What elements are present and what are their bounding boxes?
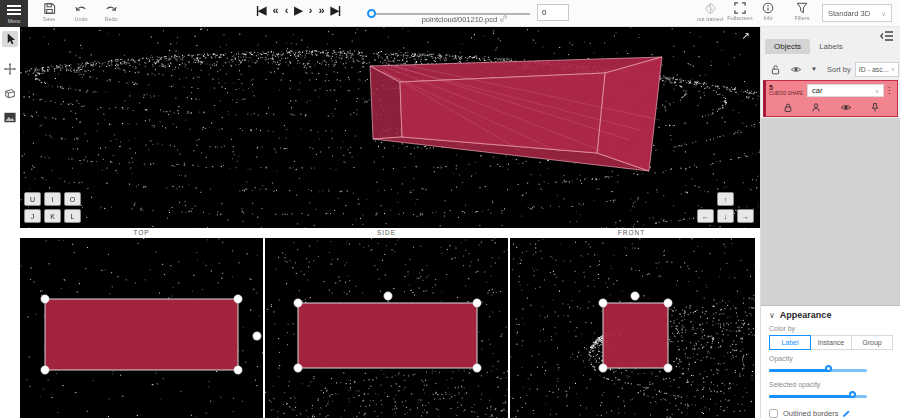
ai-tools-label: not trained (697, 16, 723, 22)
top-view-overlay[interactable] (20, 238, 263, 418)
cuboid-annotation[interactable] (20, 27, 760, 228)
expand-all-caret-icon[interactable]: ▼ (811, 66, 817, 72)
appearance-header[interactable]: ∨Appearance (769, 310, 893, 320)
fullscreen-label: Fullscreen (727, 15, 753, 21)
lock-all-icon[interactable] (770, 64, 781, 75)
chevron-down-icon: ∨ (891, 66, 895, 72)
arrow-down-key[interactable]: ↓ (717, 209, 734, 223)
key-l[interactable]: L (64, 209, 81, 223)
sortby-label: Sort by (827, 65, 851, 74)
front-view-label: FRONT (510, 228, 753, 238)
frame-slider-handle[interactable] (367, 9, 376, 18)
key-j[interactable]: J (24, 209, 41, 223)
object-label-select[interactable]: car ∨ (807, 84, 884, 97)
side-view-overlay[interactable] (265, 238, 508, 418)
camera-arrow-keys: ↑ ← ↓ → (697, 192, 754, 223)
undo-label: Undo (68, 16, 94, 22)
backward-button[interactable]: « (273, 3, 278, 18)
tab-labels[interactable]: Labels (810, 39, 852, 54)
move-tool-button[interactable] (2, 61, 18, 77)
undo-button[interactable]: Undo (68, 2, 94, 22)
hide-all-icon[interactable] (790, 64, 802, 75)
save-icon (43, 2, 56, 15)
cursor-icon (5, 33, 16, 45)
object-pin-icon[interactable] (870, 102, 880, 113)
frame-number-input[interactable] (537, 4, 569, 21)
top-view-label: TOP (20, 228, 263, 238)
image-tool-button[interactable] (2, 109, 18, 125)
list-controls: ▼ Sort by ID - asc... ∨ (761, 59, 900, 79)
selected-opacity-label: Selected opacity (769, 381, 893, 388)
arrow-left-key[interactable]: ← (697, 209, 714, 223)
side-ortho-view[interactable] (265, 238, 508, 418)
filters-label: Filters (789, 15, 815, 21)
object-occluded-icon[interactable] (811, 102, 821, 113)
forward-button[interactable]: » (318, 3, 323, 18)
front-view-overlay[interactable] (510, 238, 755, 418)
selected-opacity-slider-handle[interactable] (849, 391, 856, 398)
fullscreen-button[interactable]: Fullscreen (727, 2, 753, 21)
key-o[interactable]: O (64, 192, 81, 206)
tools-sidebar (0, 27, 20, 418)
filename-wrap: pointcloud/001210.pcd (385, 14, 545, 24)
outlined-borders-row: Outlined borders (769, 409, 893, 418)
edit-color-pencil-icon[interactable] (842, 409, 851, 418)
arrow-up-key[interactable]: ↑ (717, 192, 734, 206)
brain-icon (704, 2, 717, 15)
appearance-title: Appearance (780, 310, 832, 320)
cuboid-tool-button[interactable] (2, 85, 18, 101)
filters-button[interactable]: Filters (789, 2, 815, 21)
chevron-down-icon: ∨ (875, 88, 879, 94)
opacity-slider-handle[interactable] (825, 365, 832, 372)
collapse-sidebar-icon[interactable] (880, 29, 894, 43)
workspace-select[interactable]: Standard 3D ∨ (822, 4, 892, 22)
sort-select[interactable]: ID - asc... ∨ (855, 62, 899, 77)
object-id-block: 5 CUBOID SHAPE (769, 84, 807, 97)
object-actions-menu[interactable]: ⋮ (884, 86, 894, 95)
redo-label: Redo (98, 16, 124, 22)
sort-value: ID - asc... (859, 66, 889, 73)
key-i[interactable]: I (44, 192, 61, 206)
cursor-tool-button[interactable] (2, 31, 18, 47)
resize-perspective-icon[interactable]: ↗ (742, 30, 750, 41)
front-ortho-view[interactable] (510, 238, 755, 418)
next-frame-button[interactable]: › (309, 3, 312, 18)
info-button[interactable]: Info (755, 2, 781, 21)
image-icon (4, 112, 16, 123)
save-button[interactable]: Save (36, 2, 62, 22)
object-hide-icon[interactable] (840, 102, 852, 113)
key-u[interactable]: U (24, 192, 41, 206)
color-by-instance-button[interactable]: Instance (810, 335, 852, 350)
filter-icon (796, 2, 808, 14)
annotation-app: Menu Save Undo Redo |◀ « (0, 0, 900, 418)
color-by-label-button[interactable]: Label (769, 335, 811, 350)
object-type: CUBOID SHAPE (769, 92, 807, 97)
main-menu-button[interactable]: Menu (0, 0, 28, 27)
top-ortho-view[interactable] (20, 238, 263, 418)
info-label: Info (755, 15, 781, 21)
first-frame-button[interactable]: |◀ (256, 3, 266, 18)
key-k[interactable]: K (44, 209, 61, 223)
opacity-slider[interactable] (769, 365, 867, 376)
chevron-down-icon: ∨ (882, 10, 886, 17)
previous-frame-button[interactable]: ‹ (285, 3, 288, 18)
ai-tools-button[interactable]: not trained (697, 2, 723, 22)
object-item-car[interactable]: 5 CUBOID SHAPE car ∨ ⋮ (763, 80, 898, 117)
color-by-group-button[interactable]: Group (851, 335, 893, 350)
object-label-value: car (812, 86, 822, 95)
last-frame-button[interactable]: ▶| (331, 3, 341, 18)
selected-opacity-slider[interactable] (769, 391, 867, 402)
play-button[interactable]: ▶ (294, 3, 301, 18)
filename-text: pointcloud/001210.pcd (422, 15, 497, 24)
info-icon (762, 2, 774, 14)
link-icon[interactable] (499, 14, 508, 23)
redo-button[interactable]: Redo (98, 2, 124, 22)
outlined-borders-checkbox[interactable] (769, 409, 778, 418)
object-lock-icon[interactable] (783, 102, 793, 113)
perspective-canvas[interactable]: ↗ U I O J K L ↑ ← ↓ → (20, 27, 760, 228)
object-list-empty-area (761, 118, 900, 305)
tab-objects[interactable]: Objects (765, 39, 810, 54)
move-icon (4, 63, 16, 75)
arrow-right-key[interactable]: → (737, 209, 754, 223)
outlined-borders-label: Outlined borders (783, 409, 838, 418)
